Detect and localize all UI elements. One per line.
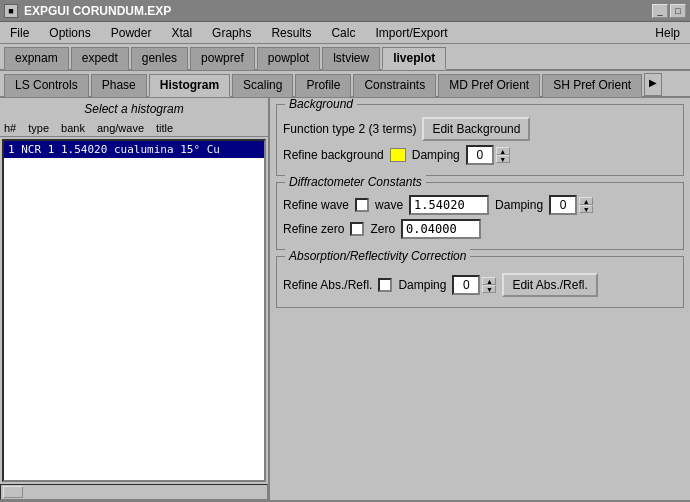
- function-type-label: Function type 2 (3 terms): [283, 122, 416, 136]
- scrollbar-thumb[interactable]: [3, 486, 23, 498]
- minimize-button[interactable]: _: [652, 4, 668, 18]
- damping-down-bg[interactable]: ▼: [496, 155, 510, 163]
- refine-wave-checkbox[interactable]: [355, 198, 369, 212]
- damping-spinner-diff: ▲ ▼: [579, 197, 593, 213]
- refine-background-label: Refine background: [283, 148, 384, 162]
- menu-calc[interactable]: Calc: [325, 24, 361, 42]
- zero-input[interactable]: [401, 219, 481, 239]
- app-title: EXPGUI CORUNDUM.EXP: [24, 4, 171, 18]
- damping-up-bg[interactable]: ▲: [496, 147, 510, 155]
- damping-group-abs: ▲ ▼: [452, 275, 496, 295]
- refine-abs-checkbox[interactable]: [378, 278, 392, 292]
- absorption-section-title: Absorption/Reflectivity Correction: [285, 249, 470, 263]
- tab-scaling[interactable]: Scaling: [232, 74, 293, 97]
- col-h: h#: [4, 122, 16, 134]
- tab-genles[interactable]: genles: [131, 47, 188, 70]
- damping-up-abs[interactable]: ▲: [482, 277, 496, 285]
- tab-lstview[interactable]: lstview: [322, 47, 380, 70]
- tab-ls-controls[interactable]: LS Controls: [4, 74, 89, 97]
- damping-down-abs[interactable]: ▼: [482, 285, 496, 293]
- refine-zero-checkbox[interactable]: [350, 222, 364, 236]
- histogram-list[interactable]: 1 NCR 1 1.54020 cualumina 15° Cu: [2, 139, 266, 482]
- col-bank: bank: [61, 122, 85, 134]
- tab-liveplot[interactable]: liveplot: [382, 47, 446, 70]
- zero-label: Zero: [370, 222, 395, 236]
- edit-abs-refl-button[interactable]: Edit Abs./Refl.: [502, 273, 597, 297]
- tab-more-button[interactable]: ▶: [644, 73, 662, 96]
- col-type: type: [28, 122, 49, 134]
- damping-label-abs: Damping: [398, 278, 446, 292]
- menu-graphs[interactable]: Graphs: [206, 24, 257, 42]
- damping-value-abs[interactable]: [452, 275, 480, 295]
- diffractometer-section: Diffractometer Constants Refine wave wav…: [276, 182, 684, 250]
- tab-expedt[interactable]: expedt: [71, 47, 129, 70]
- title-bar: ■ EXPGUI CORUNDUM.EXP _ □: [0, 0, 690, 22]
- tab-expnam[interactable]: expnam: [4, 47, 69, 70]
- histogram-panel-title: Select a histogram: [0, 98, 268, 120]
- damping-group-diff: ▲ ▼: [549, 195, 593, 215]
- col-title: title: [156, 122, 173, 134]
- menu-options[interactable]: Options: [43, 24, 96, 42]
- menu-help[interactable]: Help: [649, 24, 686, 42]
- wave-input[interactable]: [409, 195, 489, 215]
- tab-constraints[interactable]: Constraints: [353, 74, 436, 97]
- main-content: Select a histogram h# type bank ang/wave…: [0, 98, 690, 500]
- refine-zero-label: Refine zero: [283, 222, 344, 236]
- refine-abs-label: Refine Abs./Refl.: [283, 278, 372, 292]
- tab-profile[interactable]: Profile: [295, 74, 351, 97]
- tab-phase[interactable]: Phase: [91, 74, 147, 97]
- tab-histogram[interactable]: Histogram: [149, 74, 230, 97]
- damping-value-diff[interactable]: [549, 195, 577, 215]
- refine-background-indicator[interactable]: [390, 148, 406, 162]
- refine-wave-label: Refine wave: [283, 198, 349, 212]
- right-panel: Background Function type 2 (3 terms) Edi…: [270, 98, 690, 500]
- damping-spinner-abs: ▲ ▼: [482, 277, 496, 293]
- horizontal-scrollbar[interactable]: [0, 484, 268, 500]
- col-angwave: ang/wave: [97, 122, 144, 134]
- histogram-header: h# type bank ang/wave title: [0, 120, 268, 137]
- left-panel: Select a histogram h# type bank ang/wave…: [0, 98, 270, 500]
- background-section: Background Function type 2 (3 terms) Edi…: [276, 104, 684, 176]
- tab-powplot[interactable]: powplot: [257, 47, 320, 70]
- damping-label-diff: Damping: [495, 198, 543, 212]
- tab-md-pref-orient[interactable]: MD Pref Orient: [438, 74, 540, 97]
- damping-group-bg: ▲ ▼: [466, 145, 510, 165]
- damping-up-diff[interactable]: ▲: [579, 197, 593, 205]
- tab-row-1: expnam expedt genles powpref powplot lst…: [0, 44, 690, 71]
- tab-sh-pref-orient[interactable]: SH Pref Orient: [542, 74, 642, 97]
- menu-file[interactable]: File: [4, 24, 35, 42]
- background-section-title: Background: [285, 98, 357, 111]
- menu-results[interactable]: Results: [265, 24, 317, 42]
- menu-xtal[interactable]: Xtal: [165, 24, 198, 42]
- maximize-button[interactable]: □: [670, 4, 686, 18]
- app-icon[interactable]: ■: [4, 4, 18, 18]
- wave-label: wave: [375, 198, 403, 212]
- diffractometer-section-title: Diffractometer Constants: [285, 175, 426, 189]
- damping-spinner-bg: ▲ ▼: [496, 147, 510, 163]
- menu-import-export[interactable]: Import/Export: [369, 24, 453, 42]
- tab-powpref[interactable]: powpref: [190, 47, 255, 70]
- edit-background-button[interactable]: Edit Background: [422, 117, 530, 141]
- menu-powder[interactable]: Powder: [105, 24, 158, 42]
- absorption-section: Absorption/Reflectivity Correction Refin…: [276, 256, 684, 308]
- menu-bar: File Options Powder Xtal Graphs Results …: [0, 22, 690, 44]
- damping-down-diff[interactable]: ▼: [579, 205, 593, 213]
- histogram-row-1[interactable]: 1 NCR 1 1.54020 cualumina 15° Cu: [4, 141, 264, 158]
- tab-row-2: LS Controls Phase Histogram Scaling Prof…: [0, 71, 690, 98]
- damping-value-bg[interactable]: [466, 145, 494, 165]
- damping-label-bg: Damping: [412, 148, 460, 162]
